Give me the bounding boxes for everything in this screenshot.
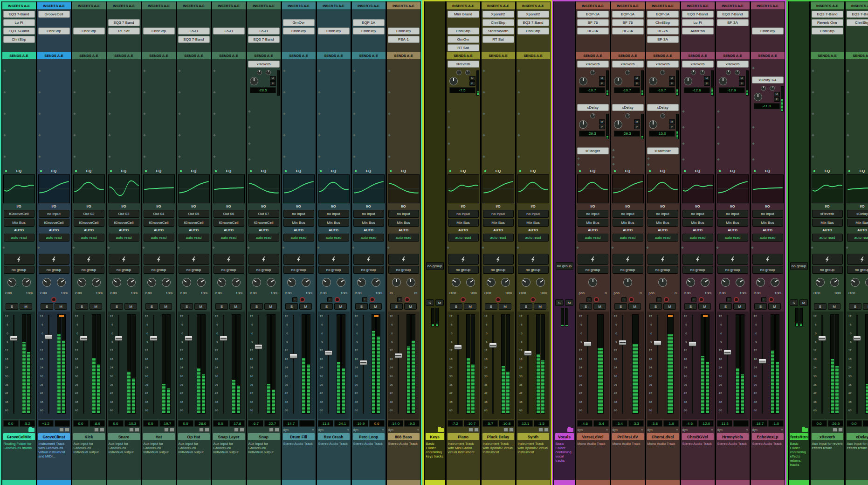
send-slot-empty[interactable] (752, 136, 784, 152)
fader-track[interactable] (79, 313, 89, 418)
send-slot-empty[interactable] (517, 146, 549, 167)
group-assign-button[interactable] (144, 254, 174, 265)
track-comments[interactable]: Stereo Audio Track (752, 441, 784, 480)
send-slot-empty[interactable] (178, 103, 210, 125)
automation-mode-button[interactable]: auto read (214, 234, 244, 242)
insert-slot-empty[interactable] (517, 44, 549, 51)
send-slot-empty[interactable] (682, 104, 714, 119)
send-level-knob[interactable] (649, 120, 657, 129)
send-slot-empty[interactable] (448, 136, 479, 152)
send-slot-empty[interactable] (812, 125, 843, 146)
send-assign-button[interactable]: xHarmnzr (647, 147, 679, 154)
send-level-value[interactable]: -29.3 (614, 131, 640, 137)
send-mute-button[interactable]: M (634, 119, 640, 124)
group-assign-button[interactable] (318, 254, 349, 265)
send-slot-empty[interactable] (812, 82, 843, 103)
send-slot-empty[interactable] (353, 125, 385, 146)
peak-value[interactable]: -8.9 (90, 420, 105, 427)
peak-value[interactable]: -26.5 (828, 420, 843, 427)
output-selector[interactable]: fGrooveCell (214, 219, 244, 227)
output-selector[interactable]: Mix Bus (578, 219, 608, 227)
fader-handle[interactable] (758, 359, 766, 364)
track-name-button[interactable]: EchoVoxLp (752, 433, 784, 440)
mute-button[interactable]: M (565, 299, 573, 306)
insert-plugin-button[interactable]: PSA-1 (388, 36, 420, 43)
fader-handle[interactable] (45, 334, 53, 340)
fader-value[interactable]: 0.0 (847, 420, 862, 427)
input-selector[interactable]: no input (752, 210, 783, 218)
pan-knob-left[interactable] (42, 278, 51, 287)
insert-slot-empty[interactable] (482, 44, 514, 51)
insert-slot-empty[interactable] (38, 36, 70, 43)
output-selector[interactable]: fGrooveCell (74, 219, 104, 227)
insert-slot-empty[interactable] (847, 28, 868, 35)
insert-plugin-button[interactable]: EQ3 7-Band (248, 36, 280, 43)
peak-value[interactable]: -12.0 (698, 420, 714, 427)
send-slot-empty[interactable] (388, 103, 420, 125)
insert-plugin-button[interactable]: Mini Grand (448, 11, 479, 18)
solo-button[interactable]: S (790, 299, 798, 306)
send-slot-empty[interactable] (108, 146, 140, 167)
insert-plugin-button[interactable]: Reverb One (812, 19, 843, 26)
pan-knob-right[interactable] (536, 278, 545, 287)
send-slot-empty[interactable] (847, 146, 868, 167)
peak-value[interactable] (863, 420, 868, 427)
automation-mode-button[interactable]: auto read (353, 234, 384, 242)
send-level-value[interactable]: -29.3 (579, 131, 605, 137)
send-slot-empty[interactable] (847, 60, 868, 82)
pan-knob[interactable] (623, 278, 632, 287)
automation-mode-button[interactable]: auto read (717, 234, 748, 242)
group-id-button[interactable]: no group (717, 266, 748, 274)
fader-value[interactable]: 0.0 (108, 420, 124, 427)
send-slot-empty[interactable] (482, 60, 514, 82)
solo-button[interactable]: S (614, 303, 627, 310)
solo-button[interactable]: S (355, 303, 368, 310)
track-comments[interactable]: Instrument Track with Mini Grand virtual… (448, 441, 479, 480)
fader-track[interactable] (184, 313, 193, 418)
record-enable-button[interactable] (405, 297, 410, 302)
group-assign-button[interactable] (109, 254, 139, 265)
mute-button[interactable]: M (20, 303, 32, 310)
send-slot-empty[interactable] (3, 82, 35, 103)
insert-plugin-button[interactable]: ChnlStrp (517, 28, 549, 35)
pan-knob-right[interactable] (372, 278, 380, 287)
insert-slot-empty[interactable] (717, 28, 749, 35)
fader-track[interactable] (44, 313, 54, 418)
output-selector[interactable]: Mix Bus (752, 219, 783, 227)
output-selector[interactable]: fGrooveCell (109, 219, 139, 227)
group-id-button[interactable]: no group (752, 266, 783, 274)
insert-slot-empty[interactable] (353, 11, 385, 18)
solo-button[interactable]: S (555, 299, 564, 306)
insert-plugin-button[interactable]: Xpand!2 (517, 11, 549, 18)
input-selector[interactable]: no input (717, 210, 748, 218)
group-id-button[interactable]: no group (179, 266, 209, 274)
mute-button[interactable]: M (863, 303, 868, 310)
send-assign-button[interactable]: xReverb (717, 61, 749, 68)
group-id-button[interactable]: no group (109, 266, 139, 274)
insert-plugin-button[interactable]: RT Sat (108, 28, 140, 35)
pan-knob-left[interactable] (522, 278, 530, 287)
insert-plugin-button[interactable]: EQP-1A (647, 11, 679, 18)
fader-track[interactable] (359, 313, 368, 418)
send-pre-button[interactable]: P (469, 81, 475, 86)
fader-value[interactable]: 0.0 (213, 420, 228, 427)
insert-slot-empty[interactable] (73, 11, 105, 18)
insert-slot-empty[interactable] (3, 44, 35, 51)
send-slot-empty[interactable] (812, 146, 843, 167)
solo-button[interactable]: S (110, 303, 123, 310)
send-level-value[interactable]: -11.8 (754, 103, 780, 109)
output-selector[interactable]: Mix Bus (518, 219, 549, 227)
track-comments[interactable]: Instrument Track with Xpand!2 virtual in… (517, 441, 549, 480)
strip-settings-icon[interactable] (468, 428, 473, 432)
insert-plugin-button[interactable]: GrnOvr (283, 19, 315, 26)
insert-plugin-button[interactable]: EQ3 7-Band (682, 11, 714, 18)
peak-value[interactable]: -1.9 (663, 420, 679, 427)
send-slot-empty[interactable] (178, 125, 210, 146)
mute-button[interactable]: M (159, 303, 172, 310)
track-name-button[interactable]: GroveClInst (38, 433, 70, 440)
mute-button[interactable]: M (663, 303, 676, 310)
fader-track[interactable] (818, 313, 827, 418)
send-level-knob[interactable] (719, 77, 727, 85)
fader-track[interactable] (489, 313, 498, 418)
send-slot-empty[interactable] (318, 146, 350, 167)
